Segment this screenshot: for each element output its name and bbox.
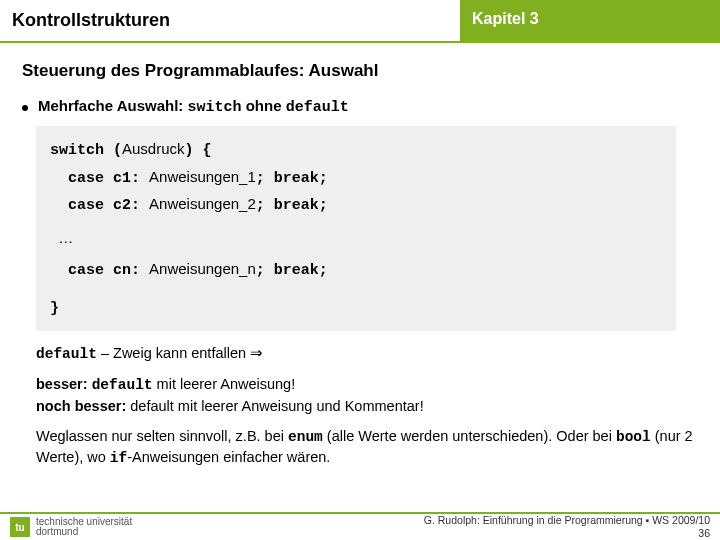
p1-code: default xyxy=(36,346,97,362)
bullet-dot-icon xyxy=(22,105,28,111)
p2-c: mit leerer Anweisung! xyxy=(153,376,296,392)
c4a: case cn: xyxy=(50,262,149,279)
para-besser: besser: default mit leerer Anweisung! no… xyxy=(36,374,698,416)
p3-d: bool xyxy=(616,429,651,445)
bullet-prefix: Mehrfache Auswahl: xyxy=(38,97,187,114)
p3-a: Weglassen nur selten sinnvoll, z.B. bei xyxy=(36,428,288,444)
c1c: ) { xyxy=(185,142,212,159)
bullet-item: Mehrfache Auswahl: switch ohne default xyxy=(22,97,698,116)
header: Kontrollstrukturen Kapitel 3 xyxy=(0,0,720,43)
p2-b: default xyxy=(92,377,153,393)
header-title-right: Kapitel 3 xyxy=(460,0,720,41)
para-weglassen: Weglassen nur selten sinnvoll, z.B. bei … xyxy=(36,426,698,469)
c2b: Anweisungen_1 xyxy=(149,168,256,185)
p3-b: enum xyxy=(288,429,323,445)
content: Steuerung des Programmablaufes: Auswahl … xyxy=(0,43,720,468)
code-line-end: } xyxy=(50,296,662,322)
footer-right: G. Rudolph: Einführung in die Programmie… xyxy=(424,514,710,539)
footer-line1: G. Rudolph: Einführung in die Programmie… xyxy=(424,514,710,527)
c1b: Ausdruck xyxy=(122,140,185,157)
p1-text: – Zweig kann entfallen ⇒ xyxy=(97,345,263,361)
c2a: case c1: xyxy=(50,170,149,187)
c3c: ; break; xyxy=(256,197,328,214)
code-line-2: case c1: Anweisungen_1; break; xyxy=(50,164,662,192)
code-line-4: case cn: Anweisungen_n; break; xyxy=(50,256,662,284)
logo-text: technische universität dortmund xyxy=(36,517,132,538)
code-line-3: case c2: Anweisungen_2; break; xyxy=(50,191,662,219)
c4b: Anweisungen_n xyxy=(149,260,256,277)
c3b: Anweisungen_2 xyxy=(149,195,256,212)
code-line-dots: … xyxy=(50,225,662,251)
c3a: case c2: xyxy=(50,197,149,214)
bullet-text: Mehrfache Auswahl: switch ohne default xyxy=(38,97,349,116)
code-line-1: switch (Ausdruck) { xyxy=(50,136,662,164)
footer-page: 36 xyxy=(424,527,710,540)
p3-c: (alle Werte werden unterschieden). Oder … xyxy=(323,428,616,444)
logo-line2: dortmund xyxy=(36,527,132,538)
c1a: switch ( xyxy=(50,142,122,159)
c4c: ; break; xyxy=(256,262,328,279)
para-default: default – Zweig kann entfallen ⇒ xyxy=(36,343,698,364)
c2c: ; break; xyxy=(256,170,328,187)
logo-mark-icon: tu xyxy=(10,517,30,537)
subtitle: Steuerung des Programmablaufes: Auswahl xyxy=(22,61,698,81)
p2-d: noch besser: xyxy=(36,398,126,414)
code-box: switch (Ausdruck) { case c1: Anweisungen… xyxy=(36,126,676,331)
footer: tu technische universität dortmund G. Ru… xyxy=(0,514,720,540)
logo: tu technische universität dortmund xyxy=(10,517,132,538)
p2-a: besser: xyxy=(36,376,92,392)
p2-e: default mit leerer Anweisung und Komment… xyxy=(126,398,423,414)
p3-g: -Anweisungen einfacher wären. xyxy=(127,449,330,465)
header-title-left: Kontrollstrukturen xyxy=(0,0,460,41)
bullet-code2: default xyxy=(286,99,349,116)
p3-f: if xyxy=(110,450,127,466)
bullet-code1: switch xyxy=(187,99,241,116)
bullet-mid: ohne xyxy=(242,97,286,114)
